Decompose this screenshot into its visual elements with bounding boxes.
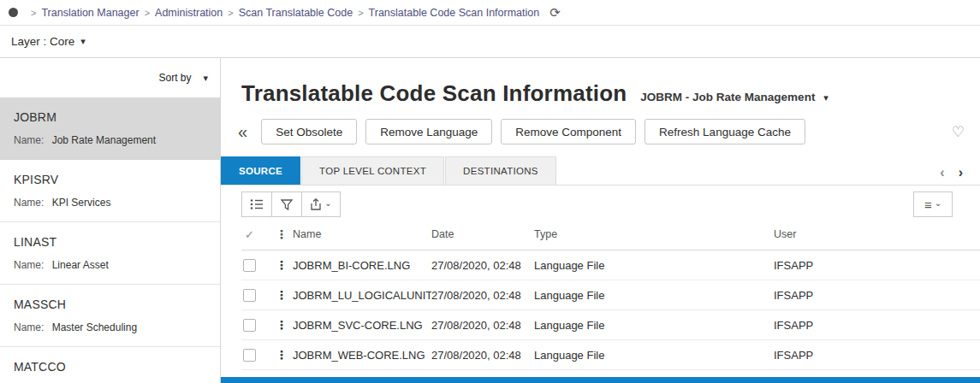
cell-type: Language File: [534, 319, 774, 332]
table-view-options-dropdown[interactable]: ≡ ⌄: [913, 192, 953, 217]
layer-label: Layer : Core: [11, 35, 74, 48]
record-selector-label: JOBRM - Job Rate Management: [640, 91, 815, 103]
row-kebab-icon[interactable]: ⋮: [270, 288, 293, 302]
chevron-down-icon: ▾: [823, 92, 829, 103]
cell-date: 27/08/2020, 02:48: [431, 319, 534, 332]
column-header-user[interactable]: User: [774, 228, 980, 240]
cell-date: 27/08/2020, 02:48: [431, 289, 534, 302]
name-value: Linear Asset: [52, 259, 109, 271]
sidebar-item-kpisrv[interactable]: KPISRV Name: KPI Services: [0, 160, 220, 222]
sidebar-item-matcco[interactable]: MATCCO: [0, 347, 220, 383]
menu-icon: ≡: [924, 197, 932, 212]
tab-top-level-context[interactable]: TOP LEVEL CONTEXT: [301, 156, 444, 185]
tab-pager: ‹ ›: [940, 166, 963, 185]
chevron-down-icon: ▾: [203, 73, 208, 84]
row-checkbox[interactable]: [243, 319, 256, 332]
row-checkbox[interactable]: [243, 289, 256, 302]
cell-name: JOBRM_WEB-CORE.LNG: [293, 349, 431, 362]
tab-source[interactable]: SOURCE: [221, 156, 300, 185]
component-code: MASSCH: [14, 298, 206, 311]
chevron-down-icon: ⌄: [935, 198, 941, 208]
collapse-sidebar-icon[interactable]: «: [233, 119, 252, 144]
name-label: Name:: [14, 259, 44, 271]
row-checkbox[interactable]: [243, 349, 256, 362]
column-header-type[interactable]: Type: [534, 228, 774, 240]
refresh-language-cache-button[interactable]: Refresh Language Cache: [644, 119, 805, 144]
name-value: Job Rate Management: [52, 134, 156, 146]
horizontal-scrollbar[interactable]: [221, 377, 980, 383]
breadcrumb-item-translation-manager[interactable]: Translation Manager: [41, 7, 139, 19]
name-label: Name:: [14, 321, 44, 333]
refresh-icon[interactable]: ⟳: [549, 5, 561, 21]
row-kebab-icon[interactable]: ⋮: [270, 318, 293, 332]
breadcrumb-item-administration[interactable]: Administration: [155, 7, 223, 19]
remove-component-button[interactable]: Remove Component: [501, 119, 636, 144]
sort-by-label: Sort by: [158, 72, 191, 84]
component-name-row: Name: KPI Services: [14, 197, 206, 209]
tab-destinations[interactable]: DESTINATIONS: [445, 156, 556, 185]
cell-user: IFSAPP: [774, 349, 980, 362]
component-name-row: Name: Master Scheduling: [14, 321, 206, 333]
status-dot-icon[interactable]: [9, 8, 18, 17]
breadcrumb-separator: >: [31, 8, 36, 18]
grid-toolbar: ⌄ ≡ ⌄: [241, 190, 953, 219]
component-code: LINAST: [14, 235, 206, 249]
component-name-row: Name: Linear Asset: [14, 259, 206, 271]
filter-icon[interactable]: [271, 192, 302, 217]
cell-date: 27/08/2020, 02:48: [431, 259, 534, 272]
sidebar-item-jobrm[interactable]: JOBRM Name: Job Rate Management: [0, 97, 220, 160]
command-toolbar: « Set Obsolete Remove Language Remove Co…: [221, 119, 980, 144]
remove-language-button[interactable]: Remove Language: [365, 119, 492, 144]
page-header: Translatable Code Scan Information JOBRM…: [221, 58, 980, 107]
row-kebab-icon[interactable]: ⋮: [270, 258, 293, 272]
chevron-left-icon[interactable]: ‹: [940, 166, 944, 180]
breadcrumb-item-scan-translatable-code[interactable]: Scan Translatable Code: [239, 7, 353, 19]
header-kebab-icon[interactable]: ⋮: [270, 227, 293, 241]
cell-name: JOBRM_BI-CORE.LNG: [293, 259, 431, 272]
column-header-name[interactable]: Name: [293, 228, 431, 240]
record-selector-dropdown[interactable]: JOBRM - Job Rate Management ▾: [640, 91, 828, 103]
table-row[interactable]: ⋮ JOBRM_SVC-CORE.LNG 27/08/2020, 02:48 L…: [241, 310, 980, 340]
results-table: ✓ ⋮ Name Date Type User ⋮ JOBRM_BI-CORE.…: [241, 219, 980, 370]
multiselect-list-icon[interactable]: [241, 192, 272, 217]
layer-selector[interactable]: Layer : Core ▾: [0, 26, 980, 58]
breadcrumb-item-current-page[interactable]: Translatable Code Scan Information: [369, 7, 540, 19]
cell-type: Language File: [534, 259, 774, 272]
cell-date: 27/08/2020, 02:48: [431, 349, 534, 362]
table-row[interactable]: ⋮ JOBRM_LU_LOGICALUNIT 27/08/2020, 02:48…: [241, 280, 980, 310]
chevron-right-icon[interactable]: ›: [959, 166, 963, 180]
chevron-down-icon: ⌄: [324, 198, 331, 208]
sidebar-item-massch[interactable]: MASSCH Name: Master Scheduling: [0, 285, 220, 347]
cell-user: IFSAPP: [774, 259, 980, 272]
component-list-sidebar: Sort by ▾ JOBRM Name: Job Rate Managemen…: [0, 58, 221, 383]
sidebar-item-linast[interactable]: LINAST Name: Linear Asset: [0, 222, 220, 285]
breadcrumb-separator: >: [228, 8, 233, 18]
cell-type: Language File: [534, 289, 774, 302]
grid-toolbar-right-group: ≡ ⌄: [913, 192, 953, 217]
grid-toolbar-left-group: ⌄: [241, 192, 341, 217]
cell-type: Language File: [534, 349, 774, 362]
name-value: Master Scheduling: [52, 321, 137, 333]
export-icon: [310, 198, 322, 210]
set-obsolete-button[interactable]: Set Obsolete: [261, 119, 357, 144]
table-row[interactable]: ⋮ JOBRM_BI-CORE.LNG 27/08/2020, 02:48 La…: [241, 250, 980, 280]
table-row[interactable]: ⋮ JOBRM_WEB-CORE.LNG 27/08/2020, 02:48 L…: [241, 340, 980, 370]
row-kebab-icon[interactable]: ⋮: [270, 348, 293, 362]
favorite-heart-icon[interactable]: ♡: [952, 123, 965, 141]
funnel-icon: [281, 199, 293, 210]
cell-user: IFSAPP: [774, 289, 980, 302]
row-checkbox[interactable]: [243, 259, 256, 272]
component-code: MATCCO: [14, 360, 206, 374]
table-header-row: ✓ ⋮ Name Date Type User: [241, 219, 980, 250]
sort-by-dropdown[interactable]: Sort by ▾: [0, 58, 220, 97]
breadcrumb-separator: >: [358, 8, 363, 18]
name-label: Name:: [14, 134, 44, 146]
column-header-date[interactable]: Date: [431, 228, 534, 240]
name-label: Name:: [14, 197, 44, 209]
page-title: Translatable Code Scan Information: [241, 80, 627, 107]
export-share-dropdown[interactable]: ⌄: [301, 192, 341, 217]
cell-name: JOBRM_SVC-CORE.LNG: [293, 319, 431, 332]
select-all-check-icon[interactable]: ✓: [241, 228, 270, 241]
breadcrumb-bar: > Translation Manager > Administration >…: [0, 0, 980, 26]
chevron-down-icon: ▾: [80, 36, 86, 47]
